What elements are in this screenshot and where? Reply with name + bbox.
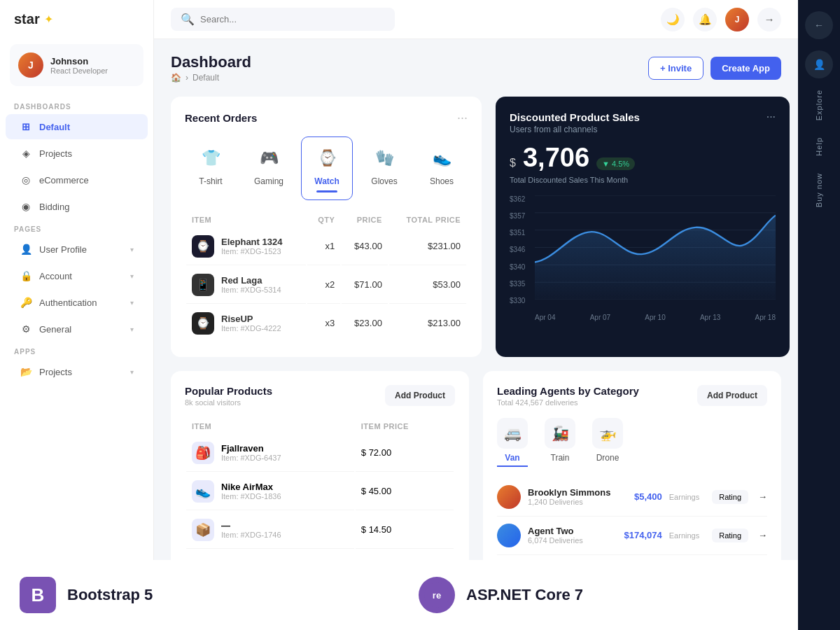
earnings-label: Earnings: [669, 493, 699, 501]
more-options-icon[interactable]: ···: [766, 111, 776, 123]
auth-icon: 🔑: [20, 296, 32, 309]
tshirt-icon: 👕: [197, 144, 225, 172]
chart-svg: [535, 195, 776, 300]
main-content: 🔍 🌙 🔔 J → Dashboard 🏠 › Default + Invite: [154, 0, 798, 630]
page-title: Dashboard: [171, 53, 251, 71]
item-price: $43.00: [342, 228, 388, 265]
explore-link[interactable]: Explore: [815, 84, 823, 126]
chevron-down-icon: ▾: [130, 299, 134, 307]
arrow-icon[interactable]: →: [758, 491, 767, 502]
sidebar-item-label: Projects: [39, 367, 72, 377]
watch-icon: ⌚: [313, 144, 341, 172]
sidebar-item-authentication[interactable]: 🔑 Authentication ▾: [6, 290, 148, 315]
popular-products-title: Popular Products: [185, 385, 272, 397]
more-options-icon[interactable]: ···: [457, 111, 468, 125]
create-app-button[interactable]: Create App: [710, 57, 781, 80]
table-row: ⌚ RiseUP Item: #XDG-4222 x3 $23.00 $213.…: [186, 305, 466, 342]
tab-train[interactable]: 🚂 Train: [545, 418, 575, 467]
sidebar-item-general[interactable]: ⚙ General ▾: [6, 316, 148, 342]
add-product-button[interactable]: Add Product: [385, 385, 455, 406]
buy-now-link[interactable]: Buy now: [815, 167, 823, 213]
sidebar-item-user-profile[interactable]: 👤 User Profile ▾: [6, 237, 148, 262]
tab-watch[interactable]: ⌚ Watch: [301, 136, 353, 200]
collapse-button[interactable]: ←: [805, 11, 833, 39]
product-sku: Item: #XDG-6437: [221, 454, 281, 462]
aspnet-title: ASP.NET Core 7: [466, 586, 583, 604]
tab-label: Shoes: [430, 176, 454, 186]
sidebar-item-account[interactable]: 🔒 Account ▾: [6, 263, 148, 288]
bootstrap-title: Bootstrap 5: [67, 586, 153, 604]
breadcrumb: 🏠 › Default: [171, 73, 251, 83]
tab-shoes[interactable]: 👟 Shoes: [416, 136, 468, 200]
tab-gloves[interactable]: 🧤 Gloves: [358, 136, 410, 200]
currency-symbol: $: [510, 157, 516, 169]
rating-button[interactable]: Rating: [712, 490, 748, 504]
agent-avatar: [497, 524, 521, 547]
search-input[interactable]: [200, 14, 385, 24]
sales-chart: $362 $357 $351 $346 $340 $335 $330: [510, 195, 776, 321]
col-price: ITEM PRICE: [356, 419, 454, 433]
popular-products-table: ITEM ITEM PRICE 🎒 Fjallraven: [185, 418, 455, 550]
drone-icon: 🚁: [592, 418, 623, 449]
sidebar-item-label: Projects: [39, 148, 72, 159]
avatar-button-right[interactable]: 👤: [805, 50, 833, 78]
sales-amount-container: $ 3,706 ▼ 4.5%: [510, 143, 776, 173]
table-row: 🎒 Fjallraven Item: #XDG-6437 $ 72.00: [186, 435, 454, 472]
sidebar-item-label: Bidding: [39, 202, 69, 212]
sidebar-item-default[interactable]: ⊞ Default: [6, 114, 148, 139]
logout-button[interactable]: →: [757, 8, 781, 31]
col-item: ITEM: [186, 213, 306, 227]
agent-avatar: [497, 485, 521, 509]
tab-tshirt[interactable]: 👕 T-shirt: [185, 136, 237, 200]
folder-icon: 📂: [20, 365, 32, 378]
item-name: Elephant 1324: [221, 237, 282, 247]
help-link[interactable]: Help: [815, 132, 823, 162]
grid-icon: ⊞: [20, 120, 32, 133]
product-name: —: [221, 520, 281, 531]
table-row: 📦 — Item: #XDG-1746 $ 14.50: [186, 512, 454, 549]
order-tabs: 👕 T-shirt 🎮 Gaming ⌚ Watch 🧤 Glove: [185, 136, 468, 200]
notification-button[interactable]: 🔔: [693, 8, 717, 31]
product-icon: 🎒: [192, 442, 214, 464]
user-card[interactable]: J Johnson React Developer: [10, 44, 144, 86]
arrow-icon[interactable]: →: [758, 530, 767, 540]
recent-orders-title: Recent Orders: [185, 112, 257, 124]
item-total: $231.00: [389, 228, 466, 265]
agents-subtitle: Total 424,567 deliveries: [497, 398, 639, 407]
chevron-down-icon: ▾: [130, 368, 134, 376]
logo-text: star: [14, 11, 40, 27]
rating-button[interactable]: Rating: [712, 528, 748, 542]
gaming-icon: 🎮: [255, 144, 283, 172]
product-icon: 👟: [192, 480, 214, 503]
sales-title: Discounted Product Sales: [510, 111, 640, 123]
agent-name: Brooklyn Simmons: [528, 487, 610, 498]
item-total: $213.00: [389, 305, 466, 342]
sidebar-item-label: eCommerce: [39, 175, 89, 186]
tab-van[interactable]: 🚐 Van: [497, 418, 528, 467]
item-qty: x1: [307, 228, 340, 265]
col-price: PRICE: [342, 213, 388, 227]
item-icon: ⌚: [192, 312, 214, 335]
sidebar-item-bidding[interactable]: ◉ Bidding: [6, 194, 148, 219]
tab-gaming[interactable]: 🎮 Gaming: [242, 136, 295, 200]
tab-drone[interactable]: 🚁 Drone: [592, 418, 623, 467]
sidebar-item-projects[interactable]: ◈ Projects: [6, 141, 148, 166]
recent-orders-card: Recent Orders ··· 👕 T-shirt 🎮 Gaming ⌚: [171, 97, 482, 357]
product-sku: Item: #XDG-1746: [221, 531, 281, 539]
invite-button[interactable]: + Invite: [648, 57, 704, 80]
sidebar-item-ecommerce[interactable]: ◎ eCommerce: [6, 167, 148, 192]
item-name: RiseUP: [221, 314, 281, 324]
sales-subtitle: Users from all channels: [510, 125, 776, 134]
user-avatar-topbar[interactable]: J: [725, 8, 749, 31]
chart-y-labels: $362 $357 $351 $346 $340 $335 $330: [510, 195, 525, 304]
pages-section-label: PAGES: [0, 220, 153, 236]
tab-label: Van: [505, 453, 519, 463]
item-qty: x3: [307, 305, 340, 342]
sales-number: 3,706: [523, 143, 589, 173]
product-name: Fjallraven: [221, 443, 281, 454]
theme-toggle-button[interactable]: 🌙: [661, 8, 685, 31]
general-icon: ⚙: [20, 323, 32, 335]
agents-add-product-button[interactable]: Add Product: [697, 385, 767, 406]
agent-earnings: $174,074: [624, 530, 662, 540]
sidebar-item-projects-app[interactable]: 📂 Projects ▾: [6, 359, 148, 384]
